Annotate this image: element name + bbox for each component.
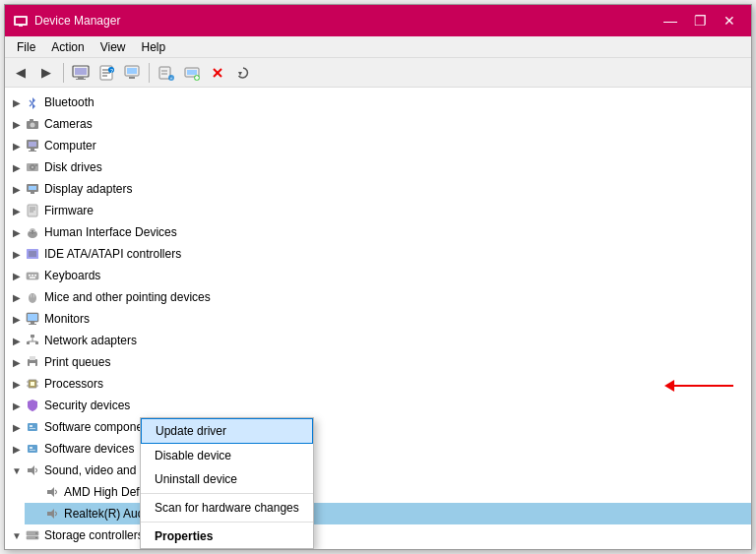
disk-drives-label: Disk drives bbox=[44, 160, 102, 174]
tree-item-bluetooth[interactable]: ▶ Bluetooth bbox=[5, 92, 751, 113]
menu-action[interactable]: Action bbox=[43, 38, 92, 56]
tree-item-ide-ata[interactable]: ▶ IDE ATA/ATAPI controllers bbox=[5, 243, 751, 265]
expand-mice[interactable]: ▶ bbox=[9, 289, 25, 305]
expand-ide[interactable]: ▶ bbox=[9, 246, 25, 262]
view-button[interactable] bbox=[120, 61, 144, 85]
expand-sw-components[interactable]: ▶ bbox=[9, 419, 25, 435]
realtek-icon bbox=[44, 506, 60, 522]
monitors-icon bbox=[25, 311, 40, 327]
svg-rect-35 bbox=[29, 151, 36, 152]
properties-button[interactable]: ? bbox=[94, 61, 118, 85]
expand-firmware[interactable]: ▶ bbox=[9, 203, 25, 218]
svg-marker-90 bbox=[47, 509, 54, 519]
tree-item-security[interactable]: ▶ Security devices bbox=[5, 395, 751, 416]
minimize-button[interactable]: — bbox=[657, 7, 684, 34]
tree-item-software-components[interactable]: ▶ Software components bbox=[5, 416, 751, 438]
svg-text:?: ? bbox=[110, 67, 113, 73]
tree-item-realtek[interactable]: ▶ Realtek(R) Audi— bbox=[25, 503, 751, 524]
expand-disk[interactable]: ▶ bbox=[9, 159, 25, 175]
expand-display[interactable]: ▶ bbox=[9, 181, 25, 197]
scan-button[interactable]: + bbox=[155, 61, 178, 85]
svg-rect-6 bbox=[76, 79, 86, 80]
svg-point-39 bbox=[35, 164, 37, 166]
network-label: Network adapters bbox=[44, 334, 137, 347]
device-tree[interactable]: ▶ Bluetooth ▶ Cameras ▶ Compu bbox=[5, 88, 751, 549]
tree-item-storage[interactable]: ▼ Storage controllers bbox=[5, 524, 751, 546]
back-button[interactable]: ◀ bbox=[9, 61, 32, 85]
window-title: Device Manager bbox=[34, 14, 657, 28]
tree-item-print[interactable]: ▶ Print queues bbox=[5, 351, 751, 373]
forward-button[interactable]: ▶ bbox=[34, 61, 58, 85]
toolbar: ◀ ▶ ? bbox=[5, 58, 751, 88]
menu-help[interactable]: Help bbox=[134, 38, 174, 56]
tree-item-disk-drives[interactable]: ▶ Disk drives bbox=[5, 156, 751, 178]
svg-rect-22 bbox=[187, 70, 197, 75]
bluetooth-label: Bluetooth bbox=[44, 95, 94, 109]
expand-computer[interactable]: ▶ bbox=[9, 138, 25, 154]
tree-item-computer[interactable]: ▶ Computer bbox=[5, 135, 751, 156]
tree-item-cameras[interactable]: ▶ Cameras bbox=[5, 113, 751, 135]
tree-item-firmware[interactable]: ▶ Firmware bbox=[5, 200, 751, 221]
expand-cameras[interactable]: ▶ bbox=[9, 116, 25, 132]
svg-marker-28 bbox=[238, 72, 242, 76]
monitors-label: Monitors bbox=[44, 312, 90, 326]
tree-item-display-adapters[interactable]: ▶ Display adapters bbox=[5, 178, 751, 200]
add-button[interactable] bbox=[180, 61, 204, 85]
svg-marker-88 bbox=[28, 465, 34, 475]
mice-icon bbox=[25, 289, 40, 305]
expand-bluetooth[interactable]: ▶ bbox=[9, 94, 25, 110]
firmware-icon bbox=[25, 203, 40, 218]
expand-security[interactable]: ▶ bbox=[9, 398, 25, 413]
tree-item-ms-storage[interactable]: ▶ Microsoft Stora— bbox=[25, 546, 751, 549]
storage-label: Storage controllers bbox=[44, 528, 144, 542]
tree-item-human-interface[interactable]: ▶ Human Interface Devices bbox=[5, 221, 751, 243]
sound-video-icon bbox=[25, 462, 40, 478]
close-button[interactable]: ✕ bbox=[716, 7, 743, 34]
expand-sound[interactable]: ▼ bbox=[9, 462, 25, 478]
svg-rect-84 bbox=[30, 428, 35, 429]
tree-item-software-devices[interactable]: ▶ Software devices bbox=[5, 438, 751, 460]
ctx-update-driver[interactable]: Update driver bbox=[141, 418, 313, 444]
tree-item-sound-video[interactable]: ▼ Sound, video and game controllers bbox=[5, 460, 751, 481]
display-adapters-label: Display adapters bbox=[44, 182, 132, 196]
expand-sw-devices[interactable]: ▶ bbox=[9, 441, 25, 457]
ctx-sep-2 bbox=[141, 522, 313, 523]
expand-processors[interactable]: ▶ bbox=[9, 376, 25, 392]
tree-item-keyboards[interactable]: ▶ Keyboards bbox=[5, 265, 751, 286]
svg-rect-64 bbox=[28, 314, 37, 321]
svg-rect-82 bbox=[28, 423, 37, 431]
title-bar: Device Manager — ❐ ✕ bbox=[5, 5, 751, 36]
menu-file[interactable]: File bbox=[9, 38, 43, 56]
remove-button[interactable] bbox=[206, 61, 229, 85]
expand-keyboards[interactable]: ▶ bbox=[9, 268, 25, 283]
expand-network[interactable]: ▶ bbox=[9, 333, 25, 348]
computer-label: Computer bbox=[44, 139, 96, 153]
svg-rect-1 bbox=[16, 18, 26, 24]
hid-icon bbox=[25, 224, 40, 240]
tree-item-network[interactable]: ▶ Network adapters bbox=[5, 330, 751, 351]
tree-item-monitors[interactable]: ▶ Monitors bbox=[5, 308, 751, 330]
svg-point-93 bbox=[35, 532, 37, 534]
ctx-uninstall-device[interactable]: Uninstall device bbox=[141, 467, 313, 491]
tree-item-processors[interactable]: ▶ Processors bbox=[5, 373, 751, 395]
svg-text:+: + bbox=[170, 75, 173, 81]
menu-view[interactable]: View bbox=[93, 38, 134, 56]
disk-drives-icon bbox=[25, 159, 40, 175]
svg-point-94 bbox=[35, 537, 37, 539]
ctx-scan-hardware[interactable]: Scan for hardware changes bbox=[141, 496, 313, 520]
expand-storage[interactable]: ▼ bbox=[9, 527, 25, 543]
svg-rect-42 bbox=[31, 192, 34, 194]
computer-properties-button[interactable] bbox=[69, 61, 93, 85]
svg-rect-15 bbox=[129, 77, 135, 79]
refresh-button[interactable] bbox=[231, 61, 255, 85]
ctx-properties[interactable]: Properties bbox=[141, 524, 313, 548]
svg-rect-67 bbox=[31, 335, 34, 338]
expand-print[interactable]: ▶ bbox=[9, 354, 25, 370]
tree-item-mice[interactable]: ▶ Mice and other pointing devices bbox=[5, 286, 751, 308]
tree-item-amd-audio[interactable]: ▶ AMD High Definition Audio Device bbox=[25, 481, 751, 503]
expand-hid[interactable]: ▶ bbox=[9, 224, 25, 240]
maximize-button[interactable]: ❐ bbox=[686, 7, 714, 34]
expand-monitors[interactable]: ▶ bbox=[9, 311, 25, 327]
cameras-label: Cameras bbox=[44, 117, 93, 131]
ctx-disable-device[interactable]: Disable device bbox=[141, 444, 313, 467]
